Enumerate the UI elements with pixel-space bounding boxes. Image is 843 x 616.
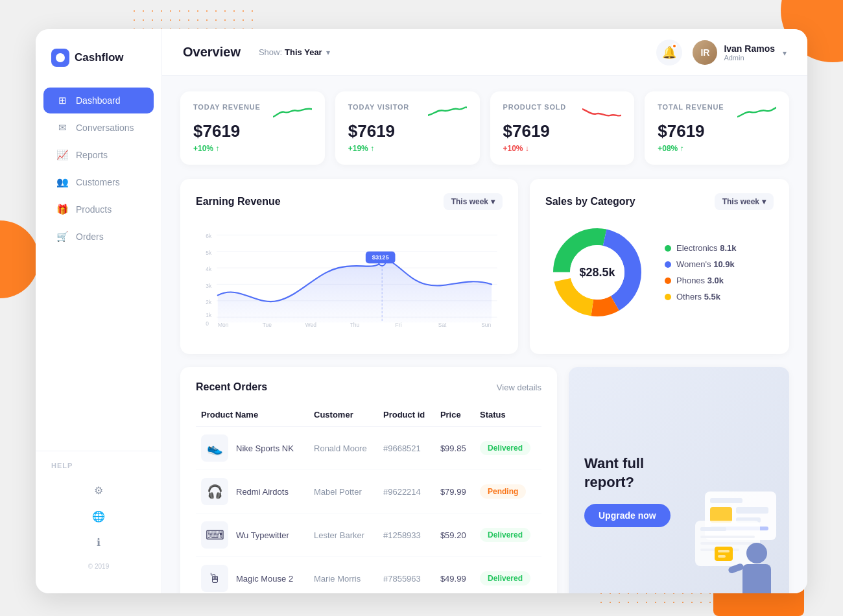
svg-rect-37	[700, 536, 755, 538]
stat-card-today-revenue: TODAY REVENUE $7619 +10% ↑	[180, 91, 325, 165]
svg-rect-43	[715, 547, 733, 561]
promo-card: Want full report? Upgrade now	[569, 367, 789, 593]
sidebar-item-products[interactable]: 🎁 Products	[43, 196, 154, 222]
svg-rect-41	[742, 564, 771, 593]
logo-icon	[51, 49, 69, 67]
info-icon[interactable]: ℹ	[87, 530, 110, 554]
price-cell: $49.99	[435, 557, 475, 594]
legend-label: Phones 3.0k	[676, 276, 724, 285]
product-image: 🖱	[201, 565, 228, 592]
help-label: HELP	[36, 462, 161, 476]
content-area: TODAY REVENUE $7619 +10% ↑ TODAY VISITOR…	[162, 76, 807, 593]
legend-dot	[665, 294, 671, 300]
svg-text:Tue: Tue	[263, 322, 272, 328]
sidebar-bottom: HELP ⚙ 🌐 ℹ © 2019	[36, 451, 161, 580]
svg-text:6k: 6k	[206, 233, 212, 239]
chart-period-button[interactable]: This week ▾	[444, 193, 503, 210]
svg-text:0: 0	[206, 320, 209, 327]
stat-change: +19% ↑	[348, 144, 467, 153]
main-card: Cashflow ⊞ Dashboard ✉ Conversations 📈 R…	[36, 29, 807, 593]
page-title: Overview	[183, 45, 241, 60]
stat-change: +10% ↓	[503, 144, 622, 153]
reports-icon: 📈	[56, 149, 68, 161]
sidebar-nav: ⊞ Dashboard ✉ Conversations 📈 Reports 👥 …	[36, 86, 161, 251]
show-label: Show:	[259, 47, 282, 57]
donut-chart: $28.5k	[545, 220, 649, 324]
notification-dot	[672, 43, 677, 49]
orders-icon: 🛒	[56, 231, 68, 243]
stat-card-product-sold: PRODUCT SOLD $7619 +10% ↓	[490, 91, 635, 165]
legend-item: Women's 10.9k	[665, 259, 737, 269]
main-content: Overview Show: This Year 🔔 IR Ivan Ramos	[162, 29, 807, 593]
product-cell: 👟 Nike Sports NK	[201, 434, 303, 462]
price-cell: $59.20	[435, 514, 475, 557]
product-id-cell: #9622214	[378, 470, 435, 514]
svg-rect-38	[700, 542, 755, 545]
customer-cell: Marie Morris	[309, 557, 378, 594]
conversations-icon: ✉	[56, 122, 68, 134]
status-badge: Delivered	[480, 528, 530, 542]
product-id-cell: #9668521	[378, 427, 435, 470]
product-id-cell: #7855963	[378, 557, 435, 594]
customers-icon: 👥	[56, 176, 68, 188]
view-details-link[interactable]: View details	[497, 383, 541, 392]
sidebar-item-label-conversations: Conversations	[76, 123, 134, 133]
user-role: Admin	[724, 54, 775, 62]
show-period-dropdown[interactable]: Show: This Year	[251, 47, 330, 57]
stat-card-total-revenue: TOTAL REVENUE $7619 +08% ↑	[645, 91, 789, 165]
sidebar-item-dashboard[interactable]: ⊞ Dashboard	[43, 88, 154, 113]
stat-change: +10% ↑	[193, 144, 312, 153]
sidebar-item-orders[interactable]: 🛒 Orders	[43, 224, 154, 250]
table-column-header: Status	[475, 403, 541, 427]
product-name-cell: 👟 Nike Sports NK	[196, 427, 309, 470]
table-column-header: Product id	[378, 403, 435, 427]
user-menu[interactable]: IR Ivan Ramos Admin	[693, 40, 787, 65]
donut-center-value: $28.5k	[579, 266, 615, 279]
settings-icon[interactable]: ⚙	[87, 479, 110, 502]
donut-card-header: Sales by Category This week ▾	[545, 193, 774, 210]
avatar: IR	[693, 40, 717, 65]
copyright: © 2019	[36, 556, 161, 570]
blob-left	[0, 220, 39, 298]
stat-top: PRODUCT SOLD	[503, 103, 622, 121]
bottom-row: Recent Orders View details Product NameC…	[180, 367, 789, 593]
stat-label: PRODUCT SOLD	[503, 103, 567, 111]
orders-table: Product NameCustomerProduct idPriceStatu…	[196, 403, 541, 593]
stat-value: $7619	[193, 121, 312, 141]
table-row: 👟 Nike Sports NK Ronald Moore #9668521 $…	[196, 427, 541, 470]
sidebar-item-reports[interactable]: 📈 Reports	[43, 142, 154, 168]
notifications-button[interactable]: 🔔	[656, 40, 682, 65]
product-name-cell: 🎧 Redmi Airdots	[196, 470, 309, 514]
sidebar-item-label-reports: Reports	[76, 150, 108, 160]
svg-point-40	[746, 543, 767, 563]
legend-dot	[665, 278, 671, 284]
product-cell: 🖱 Magic Mouse 2	[201, 565, 303, 592]
product-id-cell: #1258933	[378, 514, 435, 557]
header-right: 🔔 IR Ivan Ramos Admin	[656, 40, 787, 65]
table-column-header: Customer	[309, 403, 378, 427]
sidebar-item-conversations[interactable]: ✉ Conversations	[43, 115, 154, 141]
sidebar-item-label-customers: Customers	[76, 177, 120, 187]
sales-category-card: Sales by Category This week ▾	[530, 179, 789, 354]
table-column-header: Product Name	[196, 403, 309, 427]
status-cell: Delivered	[475, 557, 541, 594]
svg-text:1k: 1k	[206, 312, 212, 318]
area-chart: 6k 5k 4k 3k 2k 1k 0	[196, 220, 503, 337]
product-name-cell: 🖱 Magic Mouse 2	[196, 557, 309, 594]
svg-text:Wed: Wed	[305, 322, 317, 328]
svg-text:3k: 3k	[206, 283, 212, 289]
sparkline	[582, 103, 621, 121]
sidebar-item-customers[interactable]: 👥 Customers	[43, 169, 154, 195]
table-row: 🖱 Magic Mouse 2 Marie Morris #7855963 $4…	[196, 557, 541, 594]
legend-dot	[665, 245, 671, 252]
upgrade-button[interactable]: Upgrade now	[584, 504, 671, 527]
legend-item: Electronics 8.1k	[665, 243, 737, 253]
user-chevron-icon	[781, 47, 787, 58]
donut-period-button[interactable]: This week ▾	[715, 193, 774, 210]
price-cell: $79.99	[435, 470, 475, 514]
orders-header: Recent Orders View details	[196, 381, 541, 393]
stat-value: $7619	[503, 121, 622, 141]
globe-icon[interactable]: 🌐	[87, 504, 110, 528]
status-cell: Delivered	[475, 427, 541, 470]
svg-rect-45	[718, 555, 726, 558]
